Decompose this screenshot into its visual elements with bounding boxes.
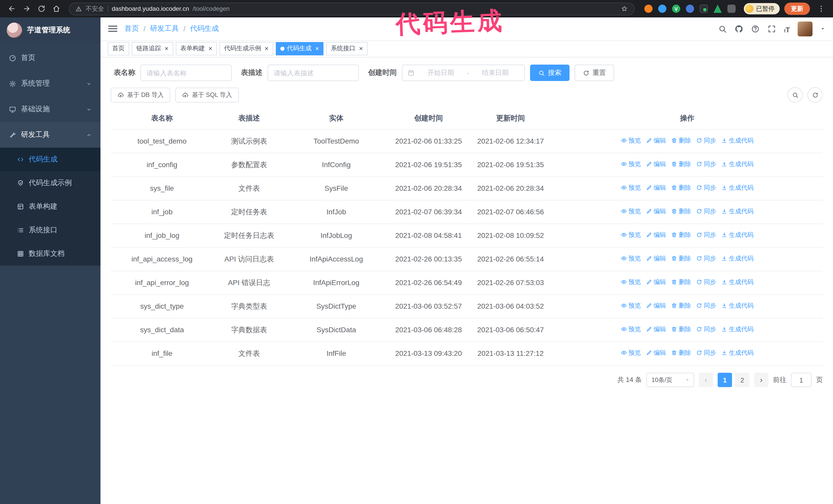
logo[interactable]: 芋道管理系统 — [0, 18, 100, 43]
page-button-1[interactable]: 1 — [718, 373, 732, 387]
generate-code-link[interactable]: 生成代码 — [721, 348, 754, 357]
search-button[interactable]: 搜索 — [530, 65, 570, 81]
browser-menu-icon[interactable] — [814, 2, 828, 16]
page-button-2[interactable]: 2 — [735, 373, 749, 387]
preview-link[interactable]: 预览 — [621, 207, 641, 216]
toggle-search-button[interactable] — [787, 87, 803, 102]
edit-link[interactable]: 编辑 — [646, 254, 666, 263]
sidebar-item-home[interactable]: 首页 — [0, 45, 100, 71]
delete-link[interactable]: 删除 — [671, 301, 691, 310]
user-avatar[interactable] — [798, 21, 812, 36]
preview-link[interactable]: 预览 — [621, 348, 641, 357]
fullscreen-icon[interactable] — [768, 24, 776, 33]
edit-link[interactable]: 编辑 — [646, 230, 666, 239]
sidebar-subitem-form-builder[interactable]: 表单构建 — [0, 195, 100, 218]
generate-code-link[interactable]: 生成代码 — [721, 160, 754, 169]
sidebar-item-system[interactable]: 系统管理 — [0, 71, 100, 96]
generate-code-link[interactable]: 生成代码 — [721, 136, 754, 145]
extension-icon[interactable] — [728, 5, 736, 13]
preview-link[interactable]: 预览 — [621, 136, 641, 145]
delete-link[interactable]: 删除 — [671, 325, 691, 334]
sidebar-subitem-codegen[interactable]: 代码生成 — [0, 148, 100, 171]
sync-link[interactable]: 同步 — [696, 136, 716, 145]
update-button[interactable]: 更新 — [784, 3, 810, 15]
delete-link[interactable]: 删除 — [671, 230, 691, 239]
next-page-button[interactable]: › — [754, 373, 768, 387]
page-size-select[interactable]: 10条/页 — [646, 373, 694, 387]
delete-link[interactable]: 删除 — [671, 136, 691, 145]
sync-link[interactable]: 同步 — [696, 160, 716, 169]
reset-button[interactable]: 重置 — [575, 65, 614, 81]
edit-link[interactable]: 编辑 — [646, 160, 666, 169]
generate-code-link[interactable]: 生成代码 — [721, 230, 754, 239]
preview-link[interactable]: 预览 — [621, 230, 641, 239]
delete-link[interactable]: 删除 — [671, 183, 691, 192]
close-icon[interactable]: × — [165, 45, 168, 52]
prev-page-button[interactable]: ‹ — [699, 373, 713, 387]
reload-icon[interactable] — [35, 2, 48, 16]
extension-icon[interactable] — [686, 5, 694, 13]
delete-link[interactable]: 删除 — [671, 278, 691, 287]
sync-link[interactable]: 同步 — [696, 301, 716, 310]
refresh-table-button[interactable] — [807, 87, 823, 102]
preview-link[interactable]: 预览 — [621, 301, 641, 310]
breadcrumb-item[interactable]: 代码生成 — [190, 24, 219, 33]
edit-link[interactable]: 编辑 — [646, 301, 666, 310]
date-range-picker[interactable]: 开始日期 - 结束日期 — [402, 65, 525, 81]
extension-icon[interactable] — [714, 5, 722, 13]
preview-link[interactable]: 预览 — [621, 183, 641, 192]
sidebar-toggle-icon[interactable] — [108, 26, 117, 32]
goto-page-input[interactable] — [791, 373, 811, 387]
font-size-icon[interactable]: tT — [784, 24, 790, 33]
forward-icon[interactable] — [20, 2, 33, 16]
breadcrumb-item[interactable]: 研发工具 — [150, 24, 179, 33]
bookmark-star-icon[interactable] — [621, 5, 628, 12]
breadcrumb-item[interactable]: 首页 — [124, 24, 139, 33]
generate-code-link[interactable]: 生成代码 — [721, 325, 754, 334]
tab-system-api[interactable]: 系统接口× — [326, 42, 367, 55]
tab-tracing[interactable]: 链路追踪× — [132, 42, 173, 55]
sync-link[interactable]: 同步 — [696, 183, 716, 192]
sidebar-subitem-system-api[interactable]: 系统接口 — [0, 218, 100, 242]
generate-code-link[interactable]: 生成代码 — [721, 183, 754, 192]
generate-code-link[interactable]: 生成代码 — [721, 278, 754, 287]
sidebar-item-infra[interactable]: 基础设施 — [0, 96, 100, 122]
address-bar[interactable]: 不安全 dashboard.yudao.iocoder.cn/tool/code… — [69, 2, 635, 15]
generate-code-link[interactable]: 生成代码 — [721, 207, 754, 216]
tab-codegen[interactable]: 代码生成× — [276, 42, 324, 55]
import-db-button[interactable]: 基于 DB 导入 — [111, 88, 170, 102]
tab-home[interactable]: 首页 — [108, 42, 129, 55]
extension-icon[interactable] — [700, 5, 708, 13]
generate-code-link[interactable]: 生成代码 — [721, 301, 754, 310]
preview-link[interactable]: 预览 — [621, 278, 641, 287]
sync-link[interactable]: 同步 — [696, 278, 716, 287]
user-menu-caret-icon[interactable] — [820, 26, 825, 31]
table-name-input[interactable] — [140, 65, 232, 81]
edit-link[interactable]: 编辑 — [646, 325, 666, 334]
github-icon[interactable] — [735, 24, 743, 33]
preview-link[interactable]: 预览 — [621, 254, 641, 263]
delete-link[interactable]: 删除 — [671, 254, 691, 263]
edit-link[interactable]: 编辑 — [646, 207, 666, 216]
paused-badge[interactable]: 已暂停 — [744, 3, 780, 14]
generate-code-link[interactable]: 生成代码 — [721, 254, 754, 263]
edit-link[interactable]: 编辑 — [646, 136, 666, 145]
sync-link[interactable]: 同步 — [696, 230, 716, 239]
tab-codegen-demo[interactable]: 代码生成示例× — [219, 42, 273, 55]
delete-link[interactable]: 删除 — [671, 207, 691, 216]
sync-link[interactable]: 同步 — [696, 325, 716, 334]
search-icon[interactable] — [718, 24, 727, 33]
edit-link[interactable]: 编辑 — [646, 183, 666, 192]
back-icon[interactable] — [5, 2, 19, 16]
preview-link[interactable]: 预览 — [621, 325, 641, 334]
import-sql-button[interactable]: 基于 SQL 导入 — [175, 88, 239, 102]
extension-icon[interactable] — [658, 5, 666, 13]
close-icon[interactable]: × — [208, 45, 212, 52]
table-desc-input[interactable] — [268, 65, 359, 81]
delete-link[interactable]: 删除 — [671, 160, 691, 169]
edit-link[interactable]: 编辑 — [646, 278, 666, 287]
help-icon[interactable] — [751, 24, 760, 33]
sidebar-subitem-codegen-demo[interactable]: 代码生成示例 — [0, 171, 100, 195]
tab-form-builder[interactable]: 表单构建× — [175, 42, 217, 55]
sync-link[interactable]: 同步 — [696, 254, 716, 263]
